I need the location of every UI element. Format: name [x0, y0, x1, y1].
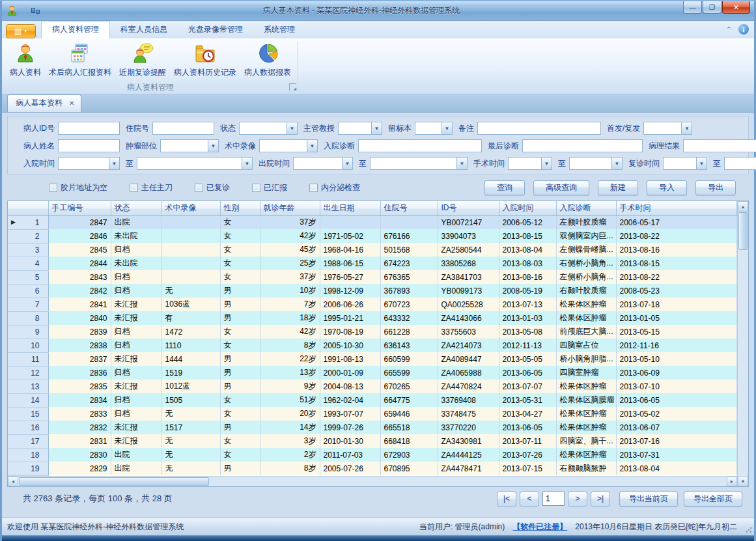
grid-cell[interactable]: 8 — [8, 311, 48, 325]
grid-cell[interactable]: 2013-08-04 — [499, 243, 556, 257]
grid-cell[interactable]: 2013-05-31 — [499, 393, 556, 407]
grid-cell[interactable]: 2013-05-02 — [616, 407, 737, 421]
grid-cell[interactable]: 2847 — [48, 215, 111, 229]
grid-cell[interactable]: 2835 — [48, 380, 111, 393]
table-row[interactable]: 62842归档无男10岁1998-12-09367893YB0099173200… — [8, 284, 737, 298]
grid-cell[interactable]: 2010-01-30 — [320, 434, 380, 448]
grid-cell[interactable]: 归档 — [111, 393, 161, 407]
grid-cell[interactable]: 18 — [8, 448, 48, 462]
combo-value[interactable] — [338, 122, 371, 135]
grid-cell[interactable]: 7 — [8, 298, 48, 311]
collapse-ribbon-icon[interactable]: ⌃ — [726, 25, 732, 34]
grid-cell[interactable]: 2013-08-15 — [499, 229, 556, 243]
filter-input[interactable] — [58, 122, 120, 135]
grid-cell[interactable]: 2013-05-10 — [616, 352, 737, 366]
export-current-page-button[interactable]: 导出当前页 — [619, 492, 678, 506]
grid-cell[interactable]: 1444 — [161, 352, 220, 366]
grid-cell[interactable]: 2013-07-11 — [499, 434, 556, 448]
grid-cell[interactable]: 674223 — [380, 257, 438, 270]
grid-cell[interactable]: 2013-08-04 — [616, 462, 737, 475]
ribbon-button[interactable]: 病人数据报表 — [240, 40, 295, 79]
grid-cell[interactable]: 前颅底巨大脑... — [556, 325, 616, 339]
grid-cell[interactable]: 37岁 — [260, 270, 320, 284]
grid-cell[interactable]: 无 — [161, 434, 220, 448]
grid-cell[interactable]: 未汇报 — [111, 380, 161, 393]
combo-value[interactable] — [137, 157, 242, 170]
grid-cell[interactable]: 2832 — [48, 421, 111, 434]
grid-cell[interactable]: 2831 — [48, 434, 111, 448]
grid-cell[interactable]: 未汇报 — [111, 298, 161, 311]
grid-cell[interactable]: 女 — [220, 243, 260, 257]
grid-cell[interactable]: 2005-07-26 — [320, 462, 380, 475]
ribbon-button[interactable]: 病人资料 — [6, 40, 45, 79]
close-button[interactable]: ✕ — [722, 1, 750, 14]
action-button-导出[interactable]: 导出 — [695, 180, 736, 195]
grid-cell[interactable]: 3岁 — [260, 434, 320, 448]
column-header[interactable]: 性别 — [220, 201, 260, 215]
grid-cell[interactable]: 四脑室肿瘤 — [556, 366, 616, 380]
combo-value[interactable] — [724, 157, 756, 170]
grid-cell[interactable]: 8岁 — [260, 462, 320, 475]
filter-input[interactable] — [358, 139, 482, 152]
checkbox-icon[interactable] — [309, 184, 318, 192]
combo-value[interactable] — [663, 157, 696, 170]
minimize-button[interactable]: — — [683, 1, 702, 14]
grid-cell[interactable]: 1976-05-27 — [320, 270, 380, 284]
grid-cell[interactable]: 归档 — [111, 366, 161, 380]
grid-cell[interactable]: 出院 — [111, 462, 161, 475]
grid-cell[interactable]: 660599 — [380, 352, 438, 366]
grid-cell[interactable]: 676365 — [380, 270, 438, 284]
grid-cell[interactable]: 2 — [8, 229, 48, 243]
grid-cell[interactable]: 2013-06-05 — [499, 366, 556, 380]
filter-combobox[interactable]: ▼ — [58, 157, 120, 170]
filter-input[interactable] — [683, 139, 756, 152]
grid-cell[interactable]: 33755603 — [438, 325, 499, 339]
grid-cell[interactable]: 女 — [220, 270, 260, 284]
filter-input[interactable] — [477, 122, 601, 135]
grid-cell[interactable]: 1988-06-15 — [320, 257, 380, 270]
dialog-launcher-icon[interactable] — [289, 83, 296, 90]
ribbon-tab[interactable]: 光盘录像带管理 — [178, 21, 253, 38]
dropdown-arrow-icon[interactable]: ▼ — [681, 122, 692, 135]
grid-cell[interactable]: 20岁 — [260, 407, 320, 421]
grid-cell[interactable]: 2013-07-18 — [616, 298, 737, 311]
grid-cell[interactable]: ZA2580544 — [438, 243, 499, 257]
grid-cell[interactable]: 2013-08-16 — [616, 243, 737, 257]
column-header[interactable]: ID号 — [438, 201, 499, 215]
column-header[interactable]: 状态 — [111, 201, 161, 215]
grid-cell[interactable]: 14 — [8, 393, 48, 407]
table-row[interactable]: 132835未汇报1012蓝男9岁2004-08-13670265ZA44708… — [8, 380, 737, 393]
grid-cell[interactable]: 4 — [8, 257, 48, 270]
grid-cell[interactable]: 归档 — [111, 243, 161, 257]
grid-cell[interactable]: 归档 — [111, 339, 161, 352]
grid-cell[interactable]: 四脑室、脑干... — [556, 434, 616, 448]
grid-cell[interactable]: 2833 — [48, 407, 111, 421]
dropdown-arrow-icon[interactable]: ▼ — [242, 157, 253, 170]
filter-combobox[interactable]: ▼ — [643, 122, 692, 135]
grid-cell[interactable] — [161, 243, 220, 257]
vertical-scrollbar[interactable]: ▲ ▼ — [737, 201, 748, 486]
checkbox-icon[interactable] — [130, 184, 138, 192]
vscroll-thumb[interactable] — [738, 212, 748, 250]
grid-cell[interactable]: 659446 — [380, 407, 438, 421]
maximize-button[interactable]: ❐ — [703, 1, 721, 14]
action-button-新建[interactable]: 新建 — [598, 180, 638, 195]
grid-cell[interactable]: 2846 — [48, 229, 111, 243]
dropdown-arrow-icon[interactable]: ▼ — [541, 157, 552, 170]
checkbox-胶片地址为空[interactable]: 胶片地址为空 — [49, 182, 107, 193]
column-header[interactable]: 入院时间 — [499, 201, 556, 215]
grid-cell[interactable]: 2006-05-12 — [499, 215, 556, 229]
filter-combobox[interactable]: ▼ — [293, 157, 353, 170]
grid-cell[interactable]: 672903 — [380, 448, 438, 462]
column-header[interactable] — [8, 201, 48, 215]
grid-cell[interactable]: 2013-06-09 — [616, 366, 737, 380]
combo-value[interactable] — [370, 157, 456, 170]
table-row[interactable]: 22846未出院女42岁1971-05-02676166339040732013… — [8, 229, 737, 243]
grid-cell[interactable]: 13岁 — [260, 366, 320, 380]
grid-cell[interactable]: 10 — [8, 339, 48, 352]
filter-combobox[interactable]: ▼ — [259, 139, 318, 152]
dropdown-arrow-icon[interactable]: ▼ — [307, 139, 318, 152]
grid-cell[interactable]: 归档 — [111, 407, 161, 421]
info-icon[interactable]: i — [738, 24, 749, 35]
grid-cell[interactable]: 2000-01-09 — [320, 366, 380, 380]
